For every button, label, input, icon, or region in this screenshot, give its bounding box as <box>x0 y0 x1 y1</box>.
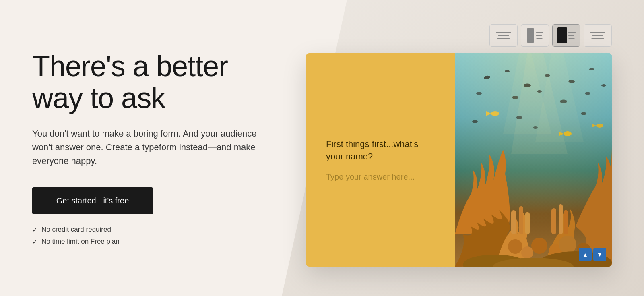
bar <box>591 38 604 39</box>
hero-subtitle: You don't want to make a boring form. An… <box>32 127 258 168</box>
preview-card: First things first...what's your name? T… <box>306 53 612 267</box>
layout-btn-full[interactable] <box>489 24 518 47</box>
svg-point-6 <box>505 70 510 72</box>
bar <box>568 35 574 36</box>
get-started-button[interactable]: Get started - it's free <box>32 187 153 214</box>
svg-rect-35 <box>525 212 530 234</box>
dark-panel <box>557 27 567 43</box>
layout-bar <box>496 32 511 33</box>
check-icon-1: ✓ <box>32 226 37 234</box>
perk-item-2: ✓ No time limit on Free plan <box>32 238 282 246</box>
svg-rect-38 <box>564 210 568 234</box>
layout-btn-split-active[interactable] <box>552 24 580 47</box>
preview-navigation: ▲ ▼ <box>579 248 606 261</box>
preview-placeholder: Type your answer here... <box>326 172 435 182</box>
svg-rect-33 <box>511 210 516 234</box>
svg-point-10 <box>589 68 594 70</box>
layout-bar <box>498 35 509 36</box>
preview-question: First things first...what's your name? <box>326 138 435 163</box>
split-bars <box>536 32 543 39</box>
svg-point-14 <box>560 100 567 103</box>
perk-label-2: No time limit on Free plan <box>41 238 120 246</box>
layout-btn-split[interactable] <box>521 24 549 47</box>
svg-point-12 <box>512 96 518 99</box>
svg-point-7 <box>524 84 531 87</box>
page-container: There's a better way to ask You don't wa… <box>0 0 644 296</box>
bar <box>568 32 576 33</box>
bar <box>536 32 543 33</box>
bar <box>568 38 575 39</box>
preview-right-panel: ▲ ▼ <box>455 53 612 267</box>
right-content: First things first...what's your name? T… <box>282 24 612 272</box>
perks-list: ✓ No credit card required ✓ No time limi… <box>32 226 282 246</box>
check-icon-2: ✓ <box>32 238 37 246</box>
svg-point-25 <box>581 112 586 115</box>
svg-point-19 <box>596 124 603 128</box>
bar <box>590 32 605 33</box>
svg-point-13 <box>537 90 542 93</box>
svg-point-31 <box>559 236 576 253</box>
split-block <box>527 28 534 43</box>
bar <box>536 35 542 36</box>
bar <box>592 35 603 36</box>
layout-bar <box>497 38 510 39</box>
svg-point-29 <box>531 238 547 254</box>
underwater-svg <box>455 53 612 267</box>
nav-down-button[interactable]: ▼ <box>593 248 606 261</box>
svg-point-24 <box>516 116 522 119</box>
svg-point-27 <box>508 239 522 254</box>
svg-rect-37 <box>559 204 563 234</box>
perk-item-1: ✓ No credit card required <box>32 226 282 234</box>
svg-rect-34 <box>519 206 523 234</box>
svg-point-8 <box>545 74 550 77</box>
hero-title: There's a better way to ask <box>32 50 282 114</box>
split-bars <box>568 32 576 39</box>
svg-point-21 <box>564 131 572 136</box>
bar <box>536 38 543 39</box>
nav-up-button[interactable]: ▲ <box>579 248 592 261</box>
perk-label-1: No credit card required <box>41 226 111 234</box>
svg-point-28 <box>521 246 533 259</box>
svg-point-17 <box>491 111 499 116</box>
svg-rect-36 <box>551 208 556 234</box>
layout-btn-text[interactable] <box>584 24 612 47</box>
svg-point-23 <box>472 120 478 123</box>
layout-switcher <box>489 24 612 47</box>
svg-point-26 <box>533 126 538 129</box>
svg-point-15 <box>585 92 590 95</box>
preview-left-panel: First things first...what's your name? T… <box>306 53 455 267</box>
svg-point-11 <box>476 92 482 95</box>
left-content: There's a better way to ask You don't wa… <box>32 50 282 246</box>
svg-point-16 <box>601 84 606 87</box>
